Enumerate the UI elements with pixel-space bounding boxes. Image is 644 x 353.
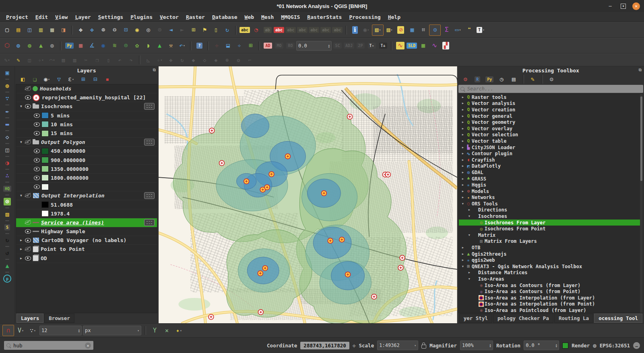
results-viewer[interactable]: ▤	[508, 74, 519, 84]
tab-pology-checker-pa[interactable]: pology Checker Pa	[493, 314, 553, 323]
expander-closed[interactable]: ▶	[460, 171, 465, 174]
expander-closed[interactable]: ▶	[460, 183, 465, 187]
histogram-tool[interactable]: ▞	[440, 41, 451, 51]
expander-open[interactable]: ▼	[19, 140, 24, 144]
expander-closed[interactable]: ▶	[460, 115, 465, 118]
proc-row[interactable]: ▶▲Qgis2threejs	[459, 251, 643, 257]
processing-search-input[interactable]	[466, 86, 641, 92]
cad-tools[interactable]: ◺	[143, 55, 154, 64]
embedded-indicator[interactable]	[144, 192, 155, 199]
layer-row[interactable]: ▼Isochrones	[16, 102, 157, 111]
minimize-button[interactable]: —	[606, 2, 614, 10]
embedded-indicator[interactable]	[144, 139, 155, 146]
s-plugin[interactable]: S	[2, 222, 12, 232]
add-wfs-layer[interactable]: ◍	[24, 41, 35, 51]
proc-row[interactable]: ▶▙CityJSON Loader	[459, 144, 643, 151]
menu-processing[interactable]: Processing	[345, 13, 384, 21]
proc-row[interactable]: ▶Distance Matrices	[459, 270, 643, 276]
proc-row[interactable]: ▶QVector selection	[459, 132, 643, 138]
visibility-toggle[interactable]	[24, 86, 32, 91]
layer-row[interactable]: 1978.4	[16, 209, 157, 218]
python-scripts[interactable]: Py	[484, 74, 495, 84]
cad-t-plus-button[interactable]: T+	[378, 41, 388, 51]
menu-settings[interactable]: Settings	[95, 13, 127, 21]
map-tips[interactable]: ❝	[464, 25, 475, 35]
proc-row[interactable]: ◎Isochrones From Point	[459, 226, 643, 232]
proc-row[interactable]: ▼⊞QNEAT3 - Qgis Network Analysis Toolbox	[459, 263, 643, 270]
sld4raster[interactable]: SLD	[406, 41, 417, 51]
menu-layer[interactable]: Layer	[71, 13, 94, 21]
build-tool[interactable]: ⚒	[165, 41, 176, 51]
expander-closed[interactable]: ▶	[460, 196, 465, 199]
proc-row[interactable]: ▼Iso-Areas	[459, 276, 643, 282]
modify-attributes[interactable]: ▤	[58, 55, 69, 64]
undo-edit[interactable]: ↶	[114, 55, 125, 64]
copy-features[interactable]: ❐	[92, 55, 103, 64]
crs-value[interactable]: EPSG:32651	[600, 343, 630, 349]
scale-select[interactable]: 1:49362▾	[377, 341, 418, 350]
db-manager[interactable]: ◫	[2, 145, 12, 155]
detach-panel-icon[interactable]: ⧉	[153, 68, 156, 72]
expander-closed[interactable]: ▶	[467, 208, 472, 211]
expander-closed[interactable]: ▶	[460, 158, 465, 162]
proc-row[interactable]: ▶∿Contour plugin	[459, 150, 643, 157]
statistical-summary[interactable]: Σ	[441, 25, 452, 35]
layer-row[interactable]: 450.0000000	[16, 147, 157, 156]
proc-row[interactable]: ⊡Matrix From Layers	[459, 238, 643, 245]
cad-2p-button[interactable]: 2P	[355, 41, 366, 51]
expander-closed[interactable]: ▶	[460, 140, 465, 143]
menu-database[interactable]: Database	[208, 13, 241, 21]
maximize-button[interactable]: ▪	[621, 4, 626, 9]
snapping-mode[interactable]: V▾	[15, 325, 26, 336]
visibility-toggle[interactable]	[24, 95, 32, 100]
menu-vector[interactable]: Vector	[156, 13, 182, 21]
visibility-toggle[interactable]	[24, 256, 32, 261]
expander-closed[interactable]: ▶	[460, 146, 465, 149]
layer-row[interactable]: 15 mins	[16, 129, 157, 138]
quickosm-query[interactable]: ✒	[2, 107, 12, 116]
proc-row[interactable]: ▶QVector table	[459, 138, 643, 144]
rotation-spin[interactable]: 0.0 ° ▲▼	[524, 341, 559, 350]
layer-row[interactable]: 900.0000000	[16, 156, 157, 165]
close-button[interactable]: ✕	[632, 2, 640, 10]
osm-place-search[interactable]: ⊙	[2, 197, 12, 206]
expander-closed[interactable]: ▶	[460, 152, 465, 155]
proc-row[interactable]: ▶Directions	[459, 207, 643, 213]
menu-view[interactable]: View	[52, 13, 71, 21]
visibility-toggle[interactable]	[33, 167, 41, 171]
expander-closed[interactable]: ▶	[460, 259, 465, 262]
layer-row[interactable]: Service area (lines)	[16, 218, 157, 227]
tab-ocessing-tool[interactable]: ocessing Tool	[594, 314, 642, 323]
cad-ro-button[interactable]: RO	[285, 41, 296, 51]
proc-row[interactable]: ▶◩DataPlotly	[459, 163, 643, 170]
embedded-indicator[interactable]	[144, 103, 155, 110]
hqgis-plugin[interactable]: HQ	[2, 184, 12, 193]
expander-closed[interactable]: ▶	[19, 247, 24, 251]
ors-tools[interactable]: ∿	[395, 41, 406, 51]
menu-help[interactable]: Help	[384, 13, 404, 21]
visibility-toggle[interactable]	[24, 229, 32, 234]
visibility-toggle[interactable]	[33, 131, 41, 135]
layer-row[interactable]: ▼Output Interpolation	[16, 191, 157, 200]
proc-row[interactable]: ◉Iso-Area as Pointcloud (from Layer)	[459, 307, 643, 313]
expander-open[interactable]: ▼	[460, 265, 465, 268]
manage-map-themes[interactable]: ◉▾	[41, 74, 52, 84]
expander-closed[interactable]: ▶	[460, 252, 465, 256]
cad-mo-button[interactable]: MO	[274, 41, 285, 51]
curved-label[interactable]: abc	[320, 25, 331, 35]
identify-features[interactable]: ℹ	[349, 25, 360, 35]
visibility-toggle[interactable]	[24, 238, 32, 242]
proc-row[interactable]: ▶QVector analysis	[459, 101, 643, 107]
add-delimited-text-layer[interactable]: ∵	[2, 94, 12, 103]
current-edits[interactable]: ✎▾	[2, 55, 12, 64]
r-scripts[interactable]: R	[472, 74, 483, 84]
new-print-layout[interactable]: ▥	[35, 25, 46, 35]
tab-browser[interactable]: Browser	[44, 314, 74, 323]
coordinate-value[interactable]: 288743,1617820	[300, 342, 349, 349]
zoom-next[interactable]: ►	[177, 25, 188, 35]
menu-web[interactable]: Web	[241, 13, 258, 21]
reload-plugin[interactable]: ↻	[2, 235, 12, 245]
enable-snapping[interactable]: ∪	[2, 325, 14, 336]
zoom-in[interactable]: ⊕	[98, 25, 109, 35]
expander-open[interactable]: ▼	[467, 215, 472, 218]
